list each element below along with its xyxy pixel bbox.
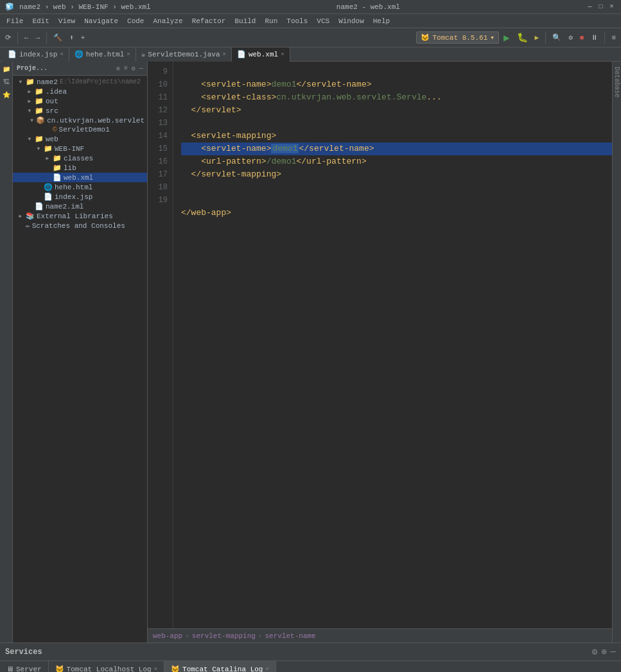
toolbar-stop[interactable]: ■ <box>577 31 587 45</box>
arrow-idea: ▶ <box>26 89 33 94</box>
tab-servletdemo-java[interactable]: ☕ ServletDemo1.java × <box>136 47 232 62</box>
menu-vcs[interactable]: VCS <box>313 16 333 26</box>
folder-icon-webinf: 📁 <box>44 144 53 153</box>
services-content: 🖥 Server 🐱 Tomcat Localhost Log × 🐱 Tomc… <box>0 661 621 672</box>
breadcrumb-bar: web-app › servlet-mapping › servlet-name <box>148 628 612 642</box>
folder-icon-name2: 📁 <box>26 78 35 86</box>
menu-view[interactable]: View <box>55 16 79 26</box>
window-controls: — □ × <box>586 3 616 11</box>
database-label[interactable]: Database <box>613 67 620 98</box>
tree-item-web[interactable]: ▼ 📁 web <box>13 134 147 144</box>
breadcrumb-servlet-mapping[interactable]: servlet-mapping <box>192 632 256 640</box>
menu-analyze[interactable]: Analyze <box>149 16 186 26</box>
toolbar-update[interactable]: ⬆ <box>67 31 76 45</box>
toolbar-sync[interactable]: ⟳ <box>3 31 13 45</box>
breadcrumb-servlet-name[interactable]: servlet-name <box>265 632 315 640</box>
tree-item-classes[interactable]: ▶ 📁 classes <box>13 153 147 163</box>
bottom-panel-header: Services ⚙ ⊕ — <box>0 643 621 661</box>
close-servlet-java[interactable]: × <box>223 51 226 58</box>
toolbar-suspend[interactable]: ⏸ <box>588 31 600 45</box>
html-file-icon: 🌐 <box>44 183 53 191</box>
tab-index-jsp[interactable]: 📄 index.jsp × <box>3 47 69 62</box>
menu-file[interactable]: File <box>3 16 27 26</box>
close-web-xml[interactable]: × <box>281 51 284 58</box>
toolbar-add-config[interactable]: + <box>78 31 88 45</box>
toolbar-forward[interactable]: → <box>33 31 43 45</box>
project-panel: Proje... ⊕ ≡ ⚙ — ▼ 📁 name2 E:\IdeaProjec… <box>13 62 148 642</box>
menu-window[interactable]: Window <box>335 16 368 26</box>
maximize-button[interactable]: □ <box>597 3 605 11</box>
toolbar-settings[interactable]: ⚙ <box>566 31 575 45</box>
tree-item-src[interactable]: ▼ 📁 src <box>13 106 147 116</box>
tree-item-out[interactable]: ▶ 📁 out <box>13 96 147 106</box>
code-editor[interactable]: 9 10 11 12 13 14 15 16 17 18 19 <servlet… <box>148 62 612 628</box>
close-hehe-html[interactable]: × <box>127 51 130 58</box>
menu-tools[interactable]: Tools <box>283 16 311 26</box>
arrow-package: ▼ <box>30 117 34 123</box>
arrow-src: ▼ <box>26 108 33 114</box>
menu-build[interactable]: Build <box>231 16 259 26</box>
menu-code[interactable]: Code <box>123 16 148 26</box>
tree-item-idea[interactable]: ▶ 📁 .idea <box>13 87 147 96</box>
close-catalina-tab[interactable]: × <box>265 666 268 673</box>
folder-icon-classes: 📁 <box>53 154 62 162</box>
run-button[interactable]: ▶ <box>501 31 512 45</box>
tree-item-scratches[interactable]: ✏️ Scratches and Consoles <box>13 221 147 230</box>
breadcrumb-web-app[interactable]: web-app <box>153 632 182 640</box>
toolbar-more[interactable]: ≡ <box>609 31 618 45</box>
tree-item-name2iml[interactable]: 📄 name2.iml <box>13 202 147 211</box>
title-bar-breadcrumb: name2 › web › WEB-INF › web.xml <box>19 3 151 11</box>
arrow-out: ▶ <box>26 98 33 104</box>
panel-settings-btn[interactable]: ⚙ <box>592 646 597 657</box>
close-button[interactable]: × <box>608 3 616 11</box>
menu-run[interactable]: Run <box>261 16 281 26</box>
menu-refactor[interactable]: Refactor <box>188 16 230 26</box>
tree-item-indexjsp[interactable]: 📄 index.jsp <box>13 192 147 202</box>
tree-item-hehehtml[interactable]: 🌐 hehe.html <box>13 182 147 192</box>
xml-file-icon: 📄 <box>53 173 62 182</box>
structure-sidebar-icon[interactable]: 🏗 <box>1 77 12 87</box>
close-index-jsp[interactable]: × <box>60 51 63 58</box>
main-toolbar: ⟳ ← → 🔨 ⬆ + 🐱 Tomcat 8.5.61 ▾ ▶ 🐛 ▶ 🔍 ⚙ … <box>0 28 621 47</box>
folder-icon-out: 📁 <box>35 97 44 105</box>
tree-item-servletdemo1[interactable]: © ServletDemo1 <box>13 125 147 134</box>
code-line-11: </servlet> <box>181 105 241 115</box>
tab-tomcat-localhost[interactable]: 🐱 Tomcat Localhost Log × <box>49 661 164 672</box>
toolbar-search[interactable]: 🔍 <box>550 31 564 45</box>
java-icon: ☕ <box>141 50 146 58</box>
tree-item-package[interactable]: ▼ 📦 cn.utkvrjan.web.servlet <box>13 116 147 125</box>
tree-item-ext-libs[interactable]: ▶ 📚 External Libraries <box>13 211 147 221</box>
tree-item-webxml[interactable]: 📄 web.xml <box>13 173 147 182</box>
tab-web-xml[interactable]: 📄 web.xml × <box>232 47 290 62</box>
toolbar-back[interactable]: ← <box>22 31 31 45</box>
tab-server[interactable]: 🖥 Server <box>0 661 49 672</box>
close-localhost-tab[interactable]: × <box>154 666 157 673</box>
favorites-sidebar-icon[interactable]: ⭐ <box>1 90 12 100</box>
debug-button[interactable]: 🐛 <box>514 31 530 45</box>
panel-settings[interactable]: ⚙ <box>132 65 136 73</box>
jsp-file-icon: 📄 <box>44 193 53 201</box>
code-content[interactable]: <servlet-name>demo1</servlet-name> <serv… <box>173 62 612 628</box>
menu-edit[interactable]: Edit <box>28 16 53 26</box>
panel-hide-btn[interactable]: — <box>611 646 616 657</box>
tree-item-webinf[interactable]: ▼ 📁 WEB-INF <box>13 144 147 153</box>
panel-collapse-all[interactable]: ≡ <box>124 65 128 72</box>
toolbar-build[interactable]: 🔨 <box>51 31 65 45</box>
project-sidebar-icon[interactable]: 📁 <box>1 64 12 74</box>
coverage-button[interactable]: ▶ <box>532 31 542 45</box>
minimize-button[interactable]: — <box>586 3 594 11</box>
tree-item-lib[interactable]: 📁 lib <box>13 163 147 173</box>
menu-help[interactable]: Help <box>369 16 394 26</box>
run-config-dropdown[interactable]: 🐱 Tomcat 8.5.61 ▾ <box>416 31 498 44</box>
tree-item-name2[interactable]: ▼ 📁 name2 E:\IdeaProjects\name2 <box>13 77 147 87</box>
panel-gear-btn[interactable]: ⊕ <box>601 646 606 657</box>
tab-hehe-html[interactable]: 🌐 hehe.html × <box>69 47 136 62</box>
panel-hide[interactable]: — <box>139 65 143 72</box>
menu-bar: File Edit View Navigate Code Analyze Ref… <box>0 14 621 28</box>
services-tabs: 🖥 Server 🐱 Tomcat Localhost Log × 🐱 Tomc… <box>0 661 621 672</box>
editor-area: 9 10 11 12 13 14 15 16 17 18 19 <servlet… <box>148 62 612 642</box>
arrow-webinf: ▼ <box>35 146 42 151</box>
tab-tomcat-catalina[interactable]: 🐱 Tomcat Catalina Log × <box>164 661 276 672</box>
menu-navigate[interactable]: Navigate <box>80 16 122 26</box>
panel-expand-all[interactable]: ⊕ <box>116 65 120 73</box>
